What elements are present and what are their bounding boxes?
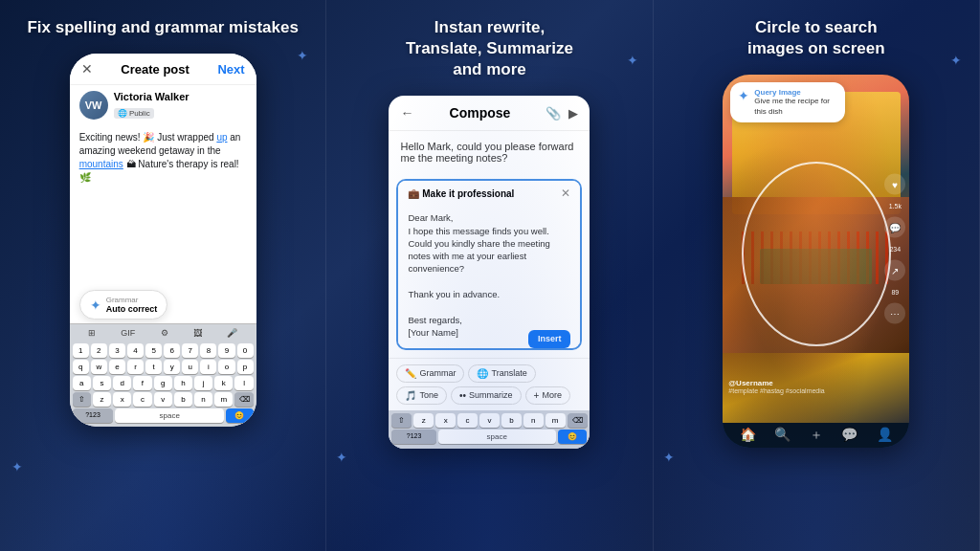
key-7[interactable]: 7 [182, 343, 198, 358]
more-icon[interactable]: ⋯ [884, 303, 905, 324]
keyboard-icon-mic[interactable]: 🎤 [227, 328, 237, 338]
like-icon[interactable]: ♥ [884, 174, 905, 195]
keyboard-icon-image[interactable]: 🖼 [193, 328, 202, 338]
compose-key-shift[interactable]: ⇧ [391, 413, 412, 428]
key-2[interactable]: 2 [91, 343, 107, 358]
keyboard-icon-gear[interactable]: ⚙ [161, 328, 168, 338]
key-n[interactable]: n [194, 392, 212, 407]
key-1[interactable]: 1 [73, 343, 89, 358]
key-emoji[interactable]: 😊 [226, 408, 253, 423]
nav-profile-icon[interactable]: 👤 [877, 427, 893, 444]
compose-key-emoji[interactable]: 😊 [558, 430, 588, 444]
key-a[interactable]: a [73, 376, 91, 390]
ai-panel-body: Dear Mark, I hope this message finds you… [398, 206, 580, 344]
key-y[interactable]: y [164, 360, 180, 374]
close-icon[interactable]: ✕ [81, 61, 93, 77]
key-9[interactable]: 9 [218, 343, 234, 358]
key-8[interactable]: 8 [200, 343, 216, 358]
row-bottom: ?123 space 😊 [73, 408, 254, 423]
key-shift[interactable]: ⇧ [73, 392, 91, 407]
key-k[interactable]: k [214, 376, 233, 390]
summarize-chip-label: Summarize [469, 390, 513, 400]
compose-key-z[interactable]: z [413, 413, 434, 428]
key-q[interactable]: q [73, 360, 89, 374]
attach-icon[interactable]: 📎 [546, 106, 561, 121]
key-x[interactable]: x [113, 392, 131, 407]
next-button[interactable]: Next [217, 62, 244, 77]
summarize-chip-btn[interactable]: •• Summarize [451, 386, 522, 405]
insert-button[interactable]: Insert [528, 330, 571, 348]
key-e[interactable]: e [109, 360, 125, 374]
key-numeric[interactable]: ?123 [73, 408, 114, 423]
key-s[interactable]: s [93, 376, 111, 390]
grammar-panel: Fix spelling and grammar mistakes ✦ ✦ ✕ … [0, 0, 326, 551]
grammar-chip-btn[interactable]: ✏️ Grammar [396, 364, 464, 383]
sparkle-decoration-6: ✦ [663, 450, 675, 465]
nav-inbox-icon[interactable]: 💬 [841, 427, 858, 444]
compose-body[interactable]: Hello Mark, could you please forward me … [389, 131, 590, 179]
send-icon[interactable]: ▶ [568, 106, 578, 121]
key-c[interactable]: c [133, 392, 151, 407]
compose-key-numeric[interactable]: ?123 [391, 430, 435, 444]
key-t[interactable]: t [145, 360, 162, 374]
compose-key-m[interactable]: m [546, 413, 566, 428]
keyboard: 1 2 3 4 5 6 7 8 9 0 q w e r t y u i o [70, 342, 256, 427]
nav-home-icon[interactable]: 🏠 [740, 427, 756, 444]
key-v[interactable]: v [154, 392, 172, 407]
compose-key-space[interactable]: space [438, 430, 556, 444]
sparkle-decoration-2: ✦ [11, 459, 23, 474]
key-j[interactable]: j [194, 376, 212, 390]
ai-close-icon[interactable]: ✕ [561, 187, 570, 200]
key-space[interactable]: space [115, 408, 224, 423]
visibility-badge[interactable]: 🌐 Public [114, 108, 154, 119]
key-i[interactable]: i [200, 360, 216, 374]
nav-add-icon[interactable]: ＋ [810, 427, 823, 444]
key-z[interactable]: z [93, 392, 111, 407]
share-count: 89 [891, 289, 899, 296]
key-4[interactable]: 4 [127, 343, 144, 358]
row-zxcv: ⇧ z x c v b n m ⌫ [73, 392, 254, 407]
key-0[interactable]: 0 [237, 343, 254, 358]
compose-mockup: ← Compose 📎 ▶ Hello Mark, could you plea… [389, 96, 590, 448]
create-post-title: Create post [121, 62, 189, 77]
compose-key-backspace[interactable]: ⌫ [568, 413, 588, 428]
key-5[interactable]: 5 [145, 343, 162, 358]
key-g[interactable]: g [154, 376, 172, 390]
key-w[interactable]: w [91, 360, 107, 374]
key-backspace[interactable]: ⌫ [234, 392, 253, 407]
ai-sparkle-icon: ✦ [90, 298, 101, 313]
key-o[interactable]: o [218, 360, 234, 374]
tiktok-sidebar: ♥ 1.5k 💬 234 ↗ 89 ⋯ [884, 174, 905, 324]
sparkle-decoration-5: ✦ [950, 53, 962, 68]
tone-chip-btn[interactable]: 🎵 Tone [396, 386, 447, 405]
phone-mockup-1: ✕ Create post Next VW Victoria Walker 🌐 … [70, 54, 256, 427]
comment-icon[interactable]: 💬 [884, 217, 905, 238]
compose-key-b[interactable]: b [501, 413, 522, 428]
nav-search-icon[interactable]: 🔍 [774, 427, 791, 444]
keyboard-icon-grid[interactable]: ⊞ [88, 328, 96, 338]
key-u[interactable]: u [182, 360, 198, 374]
back-icon[interactable]: ← [400, 105, 413, 121]
key-f[interactable]: f [133, 376, 151, 390]
key-h[interactable]: h [174, 376, 192, 390]
rewrite-panel: Instan rewrite,Translate, Summarizeand m… [326, 0, 653, 551]
key-3[interactable]: 3 [109, 343, 125, 358]
key-b[interactable]: b [174, 392, 192, 407]
key-l[interactable]: l [234, 376, 253, 390]
compose-key-n[interactable]: n [523, 413, 544, 428]
more-chip-btn[interactable]: + More [525, 386, 570, 405]
key-p[interactable]: p [237, 360, 254, 374]
translate-chip-btn[interactable]: 🌐 Translate [468, 364, 535, 383]
share-icon[interactable]: ↗ [884, 260, 905, 281]
keyboard-icon-gif[interactable]: GIF [121, 328, 135, 338]
grammar-chip-label: Grammar [419, 368, 456, 378]
key-r[interactable]: r [127, 360, 144, 374]
compose-key-x[interactable]: x [435, 413, 456, 428]
key-6[interactable]: 6 [164, 343, 180, 358]
compose-key-c[interactable]: c [457, 413, 478, 428]
post-content[interactable]: Exciting news! 🎉 Just wrapped up an amaz… [70, 125, 256, 286]
compose-key-v[interactable]: v [479, 413, 500, 428]
key-d[interactable]: d [113, 376, 131, 390]
key-m[interactable]: m [214, 392, 233, 407]
grammar-chip[interactable]: ✦ Grammar Auto correct [79, 290, 168, 320]
